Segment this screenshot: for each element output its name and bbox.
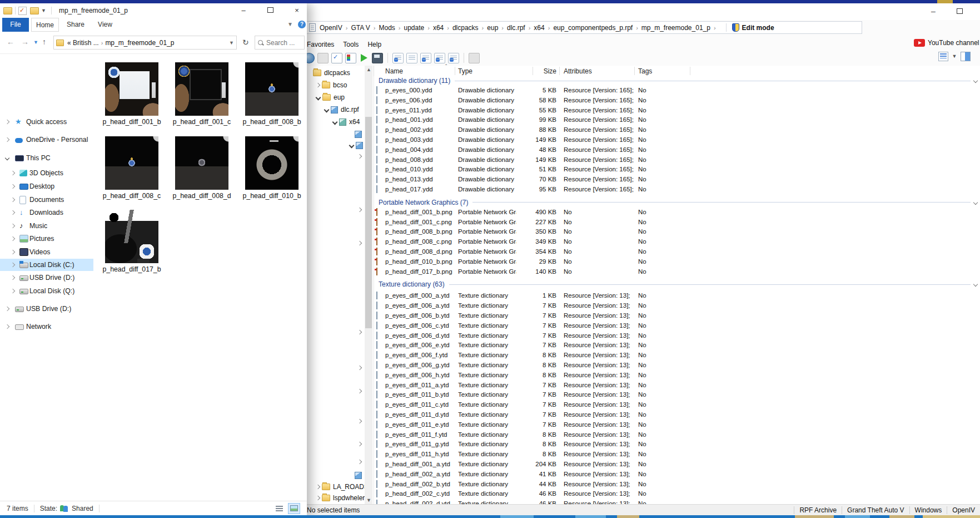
- file-row[interactable]: p_head_diff_002_a.ytdTexture dictionary4…: [374, 470, 980, 480]
- tree-item[interactable]: [350, 140, 363, 150]
- sidebar-item-usb-drive-d-[interactable]: USB Drive (D:): [0, 303, 93, 315]
- import-icon[interactable]: [434, 53, 445, 63]
- column-size[interactable]: Size: [516, 67, 556, 75]
- file-row[interactable]: p_eyes_diff_011_e.ytdTexture dictionary7…: [374, 420, 980, 430]
- sidebar-item-videos[interactable]: Videos: [0, 246, 93, 258]
- chevron-expanded-icon[interactable]: [332, 119, 338, 125]
- tree-item-dlcpacks[interactable]: dlcpacks: [308, 68, 350, 78]
- chevron-collapsed-icon[interactable]: [11, 210, 15, 215]
- columns-view-icon[interactable]: [961, 52, 971, 61]
- scroll-down-icon[interactable]: ▼: [366, 497, 371, 503]
- file-row[interactable]: p_head_diff_017_b.pngPortable Network Gr…: [374, 267, 980, 277]
- view-dropdown-icon[interactable]: ▼: [952, 52, 957, 61]
- file-thumbnail-label[interactable]: p_head_diff_017_b: [100, 265, 164, 274]
- chevron-collapsed-icon[interactable]: [11, 184, 15, 189]
- file-row[interactable]: p_head_017.yddDrawable dictionary95 KBRe…: [374, 185, 980, 195]
- file-row[interactable]: p_head_diff_008_c.pngPortable Network Gr…: [374, 237, 980, 247]
- tree-scrollbar[interactable]: ▲ ▼: [365, 66, 372, 504]
- file-row[interactable]: p_eyes_diff_011_f.ytdTexture dictionary8…: [374, 430, 980, 440]
- chevron-collapsed-icon[interactable]: [11, 289, 15, 293]
- sidebar-item-onedrive-personal[interactable]: OneDrive - Personal: [0, 134, 93, 146]
- menu-item-tools[interactable]: Tools: [343, 41, 359, 51]
- file-row[interactable]: p_eyes_diff_011_a.ytdTexture dictionary7…: [374, 381, 980, 391]
- minimize-icon[interactable]: –: [924, 4, 943, 18]
- address-current[interactable]: mp_m_freemode_01_p: [105, 39, 174, 47]
- sidebar-item-downloads[interactable]: ↓Downloads: [0, 206, 93, 219]
- chevron-collapsed-icon[interactable]: [5, 137, 9, 142]
- menu-item-help[interactable]: Help: [367, 41, 381, 51]
- legend-icon[interactable]: [345, 53, 356, 63]
- file-thumbnail[interactable]: [245, 136, 299, 190]
- file-row[interactable]: p_eyes_diff_011_h.ytdTexture dictionary8…: [374, 450, 980, 460]
- sidebar-item-pictures[interactable]: Pictures: [0, 233, 93, 245]
- address-caret-icon[interactable]: ▼: [229, 40, 234, 46]
- refresh-icon[interactable]: ↻: [242, 38, 249, 47]
- font-doc-icon[interactable]: [420, 53, 431, 63]
- tab-home[interactable]: Home: [31, 18, 59, 32]
- chevron-expanded-icon[interactable]: [349, 142, 355, 148]
- thumbnail-view-icon[interactable]: [288, 503, 300, 514]
- file-row[interactable]: p_head_diff_001_c.pngPortable Network Gr…: [374, 218, 980, 228]
- back-icon[interactable]: ←: [7, 37, 14, 46]
- sidebar-item-quick-access[interactable]: ★Quick access: [0, 116, 93, 128]
- breadcrumb-item[interactable]: eup_componentpeds_p.rpf: [552, 24, 634, 32]
- tree-item[interactable]: [358, 238, 364, 248]
- list-column-headers[interactable]: Name ˆ Type Size Attributes Tags: [374, 66, 980, 77]
- chevron-collapsed-icon[interactable]: [357, 154, 362, 159]
- chevron-collapsed-icon[interactable]: [316, 83, 320, 87]
- file-row[interactable]: p_eyes_diff_011_b.ytdTexture dictionary7…: [374, 390, 980, 400]
- breadcrumb-item[interactable]: x64: [533, 24, 545, 32]
- tree-item-dlc.rpf[interactable]: dlc.rpf: [325, 105, 359, 115]
- file-thumbnail-label[interactable]: p_head_diff_008_c: [100, 192, 164, 201]
- checklist-icon[interactable]: [331, 53, 342, 63]
- chevron-collapsed-icon[interactable]: [11, 224, 15, 228]
- file-thumbnail-label[interactable]: p_head_diff_001_b: [100, 118, 164, 127]
- section-header[interactable]: Texture dictionary (63): [379, 280, 977, 289]
- tree-item[interactable]: [358, 457, 364, 467]
- details-view-icon[interactable]: [273, 503, 286, 514]
- file-thumbnail-label[interactable]: p_head_diff_008_d: [170, 192, 234, 201]
- file-row[interactable]: p_head_008.yddDrawable dictionary149 KBR…: [374, 155, 980, 165]
- section-collapse-icon[interactable]: [973, 78, 978, 83]
- file-row[interactable]: p_head_diff_001_b.pngPortable Network Gr…: [374, 208, 980, 218]
- chevron-collapsed-icon[interactable]: [11, 250, 15, 254]
- file-thumbnail-label[interactable]: p_head_diff_001_c: [170, 118, 234, 127]
- chevron-collapsed-icon[interactable]: [357, 241, 362, 245]
- chevron-collapsed-icon[interactable]: [5, 307, 9, 311]
- file-thumbnail[interactable]: [105, 136, 158, 190]
- section-collapse-icon[interactable]: [973, 200, 978, 205]
- tree-item[interactable]: [358, 205, 364, 215]
- file-row[interactable]: p_head_010.yddDrawable dictionary51 KBRe…: [374, 165, 980, 175]
- file-thumbnail[interactable]: [175, 136, 228, 190]
- chevron-collapsed-icon[interactable]: [357, 389, 362, 393]
- breadcrumb-item[interactable]: eup: [486, 24, 499, 32]
- edit-mode-button[interactable]: Edit mode: [726, 23, 774, 32]
- file-row[interactable]: p_head_diff_002_c.ytdTexture dictionary4…: [374, 489, 980, 499]
- scrollbar-thumb[interactable]: [365, 117, 372, 328]
- breadcrumb-item[interactable]: GTA V: [350, 24, 371, 32]
- quick-access-caret-icon[interactable]: ▼: [41, 8, 46, 13]
- breadcrumb-item[interactable]: dlc.rpf: [506, 24, 526, 32]
- tree-item-lspdwheler[interactable]: lspdwheler: [316, 493, 365, 503]
- tree-item[interactable]: [350, 470, 362, 480]
- history-caret-icon[interactable]: ▼: [33, 40, 38, 45]
- file-row[interactable]: p_eyes_006.yddDrawable dictionary58 KBRe…: [374, 96, 980, 106]
- file-row[interactable]: p_eyes_diff_006_a.ytdTexture dictionary7…: [374, 301, 980, 311]
- file-thumbnail[interactable]: [175, 62, 228, 116]
- tab-share[interactable]: Share: [61, 18, 90, 32]
- sidebar-item-3d-objects[interactable]: 3D Objects: [0, 167, 93, 179]
- sidebar-item-music[interactable]: ♪Music: [0, 220, 93, 232]
- sidebar-item-local-disk-q-[interactable]: Local Disk (Q:): [0, 285, 93, 297]
- explorer-maximize-icon[interactable]: [260, 3, 280, 18]
- sidebar-item-network[interactable]: Network: [0, 320, 93, 333]
- chevron-expanded-icon[interactable]: [5, 156, 9, 160]
- sidebar-item-usb-drive-d-[interactable]: USB Drive (D:): [0, 272, 93, 284]
- chevron-collapsed-icon[interactable]: [11, 236, 15, 241]
- search-doc-icon[interactable]: [392, 53, 404, 63]
- file-row[interactable]: p_eyes_diff_006_b.ytdTexture dictionary7…: [374, 311, 980, 321]
- ribbon-collapse-icon[interactable]: ▼: [287, 21, 293, 27]
- search-input[interactable]: Search ...: [255, 36, 305, 50]
- chevron-collapsed-icon[interactable]: [316, 496, 320, 500]
- file-thumbnail[interactable]: [105, 210, 158, 263]
- edit-disabled-icon[interactable]: [317, 53, 329, 63]
